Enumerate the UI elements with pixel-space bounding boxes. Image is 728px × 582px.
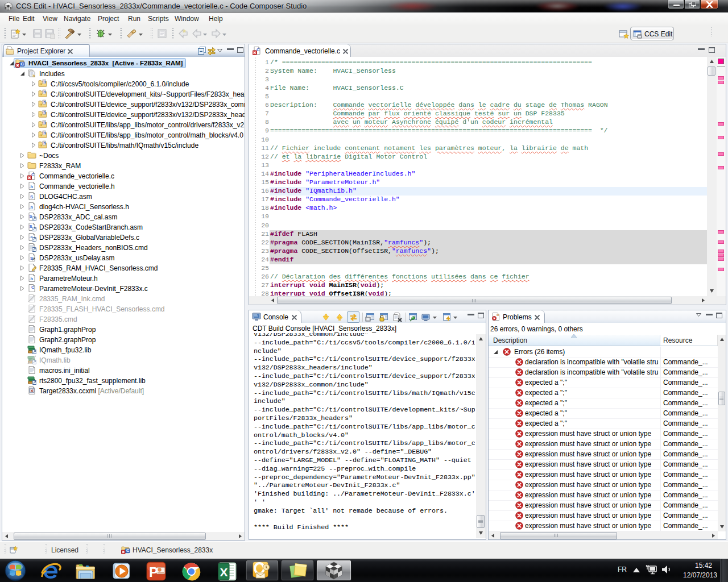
svg-text:S: S bbox=[30, 214, 32, 219]
svg-text:C: C bbox=[21, 61, 24, 66]
svg-text:C: C bbox=[31, 285, 35, 290]
svg-text:h: h bbox=[33, 74, 35, 78]
svg-text:C: C bbox=[126, 548, 129, 552]
svg-text:h: h bbox=[43, 131, 46, 135]
svg-text:P: P bbox=[149, 564, 158, 580]
svg-text:S: S bbox=[30, 224, 32, 229]
svg-text:.h: .h bbox=[30, 184, 34, 189]
svg-text:h: h bbox=[43, 141, 46, 145]
svg-text:h: h bbox=[43, 100, 46, 104]
svg-text:.h: .h bbox=[30, 205, 34, 210]
svg-text:h: h bbox=[43, 90, 46, 94]
svg-text:X: X bbox=[220, 566, 228, 579]
svg-text:h: h bbox=[43, 80, 46, 84]
svg-text:h: h bbox=[43, 120, 46, 124]
svg-text:h: h bbox=[43, 110, 46, 114]
svg-text:.h: .h bbox=[30, 276, 34, 281]
svg-text:S: S bbox=[30, 194, 34, 199]
